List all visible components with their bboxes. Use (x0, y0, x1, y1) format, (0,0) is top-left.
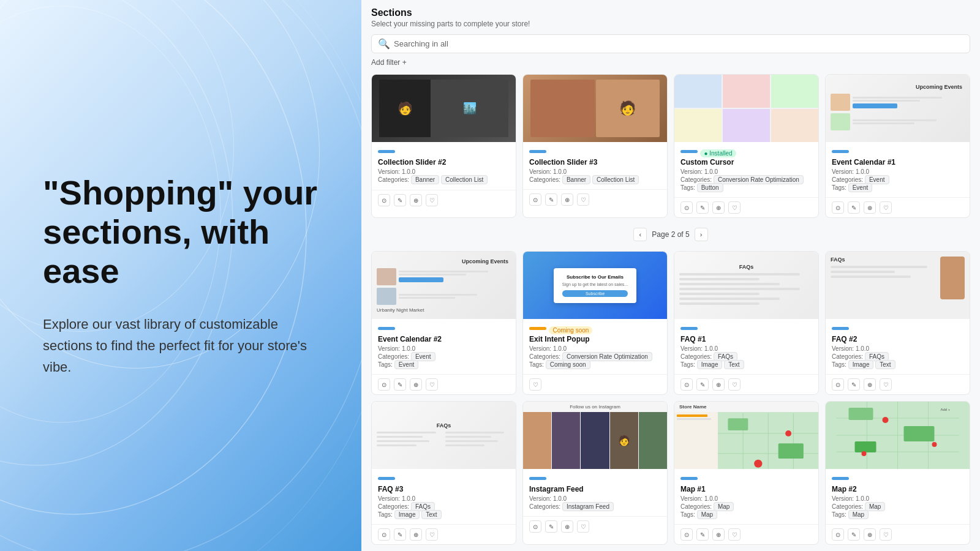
edit-icon[interactable]: ✎ (848, 528, 860, 541)
edit-icon[interactable]: ✎ (848, 201, 860, 214)
card-faq-1[interactable]: FAQs FAQ #1 Version: 1.0.0 Categories: (674, 251, 819, 395)
preview-icon[interactable]: ⊙ (680, 201, 693, 214)
hero-title: "Shopping" your sections, with ease (43, 173, 318, 291)
installed-badge: ● Installed (700, 149, 736, 157)
card-categories: Categories: Map (832, 503, 963, 510)
heart-icon[interactable]: ♡ (728, 378, 741, 391)
card-exit-intent-popup[interactable]: Subscribe to Our Emails Sign up to get t… (522, 251, 668, 395)
edit-icon[interactable]: ✎ (696, 528, 709, 541)
svg-rect-23 (904, 426, 935, 441)
heart-icon[interactable]: ♡ (880, 528, 892, 541)
card-tags-label: Tags: Image Text (680, 361, 812, 368)
preview-icon[interactable]: ⊙ (378, 528, 390, 541)
heart-icon[interactable]: ♡ (728, 201, 741, 214)
edit-icon[interactable]: ✎ (394, 528, 406, 541)
card-categories: Categories: Event (832, 176, 963, 183)
add-icon[interactable]: ⊕ (410, 194, 422, 206)
card-categories: Categories: Banner Collection List (378, 176, 510, 183)
card-instagram-feed[interactable]: Follow us on Instagram 🧑 Instagram Feed (522, 401, 668, 545)
preview-icon[interactable]: ⊙ (529, 520, 541, 533)
preview-icon[interactable]: ⊙ (378, 194, 390, 206)
svg-point-26 (932, 442, 937, 447)
heart-icon[interactable]: ♡ (426, 194, 438, 206)
heart-icon[interactable]: ♡ (880, 201, 892, 214)
card-version: Version: 1.0.0 (832, 345, 963, 352)
card-badge (832, 477, 849, 480)
add-icon[interactable]: ⊕ (712, 528, 725, 541)
heart-icon[interactable]: ♡ (577, 520, 589, 533)
card-preview: Follow us on Instagram 🧑 (523, 402, 667, 469)
heart-icon[interactable]: ♡ (426, 528, 438, 541)
card-version: Version: 1.0.0 (680, 168, 812, 175)
svg-rect-22 (849, 408, 873, 420)
card-categories: Categories: FAQs (680, 353, 812, 360)
edit-icon[interactable]: ✎ (394, 194, 406, 206)
card-faq-3[interactable]: FAQs (371, 401, 516, 545)
edit-icon[interactable]: ✎ (545, 193, 557, 206)
card-name: Map #1 (680, 485, 812, 493)
card-preview (674, 75, 818, 142)
preview-icon[interactable]: ⊙ (832, 378, 844, 391)
preview-icon[interactable]: ⊙ (832, 528, 844, 541)
svg-point-13 (754, 460, 762, 468)
add-icon[interactable]: ⊕ (410, 528, 422, 541)
preview-icon[interactable]: ⊙ (680, 528, 693, 541)
card-version: Version: 1.0.0 (529, 345, 661, 352)
add-icon[interactable]: ⊕ (410, 378, 422, 391)
card-actions: ⊙ ✎ ⊕ ♡ (523, 516, 667, 536)
svg-point-25 (883, 417, 889, 423)
coming-soon-badge: Coming soon (549, 326, 592, 334)
search-bar[interactable]: 🔍 Searching in all (371, 34, 970, 53)
pagination-prev[interactable]: ‹ (633, 228, 647, 241)
right-panel: Sections Select your missing parts to co… (361, 0, 980, 551)
card-map-2[interactable]: Add + Map #2 Version: 1.0.0 Categories: … (825, 401, 970, 545)
preview-icon[interactable]: ⊙ (680, 378, 693, 391)
card-faq-2[interactable]: FAQs FAQ #2 Version: 1.0.0 Categories: F… (825, 251, 970, 395)
edit-icon[interactable]: ✎ (848, 378, 860, 391)
card-custom-cursor[interactable]: ● Installed Custom Cursor Version: 1.0.0… (674, 74, 819, 218)
card-name: Map #2 (832, 485, 963, 493)
card-event-calendar-2[interactable]: Upcoming Events (371, 251, 516, 395)
card-preview: FAQs (674, 252, 818, 319)
card-map-1[interactable]: Store Name (674, 401, 819, 545)
preview-icon[interactable]: ⊙ (529, 193, 541, 206)
edit-icon[interactable]: ✎ (545, 520, 557, 533)
panel-title: Sections (371, 7, 970, 18)
card-collection-slider-2[interactable]: 🧑 🏙️ Collection Slider #2 Version: 1.0.0… (371, 74, 516, 218)
card-badge (378, 150, 395, 153)
add-icon[interactable]: ⊕ (712, 201, 725, 214)
card-categories: Categories: FAQs (378, 503, 510, 510)
card-name: Custom Cursor (680, 158, 812, 167)
card-badge (529, 150, 546, 153)
heart-icon[interactable]: ♡ (880, 378, 892, 391)
card-tags-label: Tags: Button (680, 184, 812, 191)
heart-icon[interactable]: ♡ (728, 528, 741, 541)
card-actions: ⊙ ✎ ⊕ ♡ (372, 374, 516, 394)
edit-icon[interactable]: ✎ (696, 378, 709, 391)
heart-icon[interactable]: ♡ (426, 378, 438, 391)
add-filter-button[interactable]: Add filter + (371, 58, 970, 67)
heart-icon[interactable]: ♡ (529, 378, 541, 391)
card-version: Version: 1.0.0 (529, 168, 661, 175)
add-icon[interactable]: ⊕ (864, 201, 876, 214)
card-actions: ⊙ ✎ ⊕ ♡ (826, 374, 970, 394)
card-categories: Categories: Banner Collection List (529, 176, 661, 183)
card-name: Exit Intent Popup (529, 335, 661, 343)
card-badge (680, 477, 698, 480)
card-actions: ⊙ ✎ ⊕ ♡ (826, 524, 970, 544)
svg-point-27 (862, 451, 867, 456)
card-version: Version: 1.0.0 (680, 495, 812, 502)
edit-icon[interactable]: ✎ (696, 201, 709, 214)
heart-icon[interactable]: ♡ (577, 193, 589, 206)
add-icon[interactable]: ⊕ (561, 520, 573, 533)
add-icon[interactable]: ⊕ (561, 193, 573, 206)
preview-icon[interactable]: ⊙ (832, 201, 844, 214)
add-icon[interactable]: ⊕ (712, 378, 725, 391)
edit-icon[interactable]: ✎ (394, 378, 406, 391)
add-icon[interactable]: ⊕ (864, 378, 876, 391)
card-collection-slider-3[interactable]: 🧑 Collection Slider #3 Version: 1.0.0 Ca… (522, 74, 668, 218)
pagination-next[interactable]: › (695, 228, 708, 241)
card-event-calendar-1[interactable]: Upcoming Events (825, 74, 970, 218)
add-icon[interactable]: ⊕ (864, 528, 876, 541)
preview-icon[interactable]: ⊙ (378, 378, 390, 391)
